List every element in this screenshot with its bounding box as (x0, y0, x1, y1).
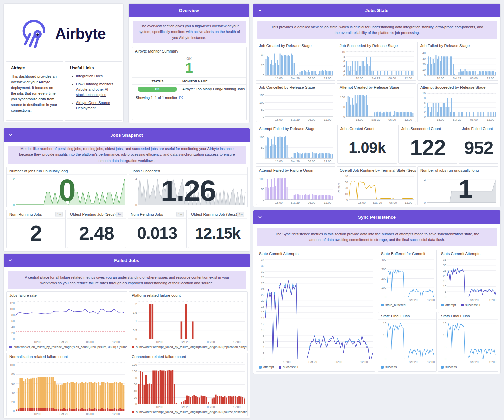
svg-text:2: 2 (13, 177, 15, 181)
svg-text:06:00: 06:00 (207, 405, 215, 409)
svg-text:20: 20 (261, 64, 264, 67)
chart-legend: attemptsuccessful (438, 302, 498, 309)
chevron-down-icon[interactable] (8, 259, 12, 262)
chart-platform-failures: Platform related failure count 00.511.52… (129, 291, 248, 351)
svg-text:Sat 29: Sat 29 (371, 118, 380, 121)
legend-item[interactable]: sum:worker.attempt_failed_by_failure_ori… (132, 410, 247, 414)
chart-legend: sum:worker.job_failed_by_release_stage(*… (7, 344, 127, 351)
legend-item[interactable]: state_buffered (381, 303, 406, 307)
svg-text:30: 30 (261, 270, 264, 273)
svg-text:12:00: 12:00 (324, 118, 332, 121)
svg-text:50: 50 (261, 146, 264, 149)
svg-text:Sat 29: Sat 29 (291, 201, 300, 204)
tile-oldest-pending-job: Oldest Pending Job (Secs)1w 2.48 (67, 210, 126, 248)
section-title: Sync Persistence (358, 215, 396, 220)
monitor-summary-title: Airbyte Monitor Summary (135, 49, 178, 53)
svg-text:06:00: 06:00 (470, 118, 478, 121)
chart-canvas: 024681018:00Sat 2906:0012:00 (337, 49, 416, 80)
chart-title: Normalization related failure count (9, 355, 68, 359)
chevron-down-icon[interactable] (8, 134, 12, 136)
monitor-link[interactable]: Airbyte: Too Many Long-Running Jobs (182, 87, 245, 91)
svg-text:12:00: 12:00 (489, 298, 497, 302)
chevron-down-icon[interactable] (258, 216, 262, 218)
chart-title: Job Created by Release Stage (259, 44, 312, 48)
svg-text:8: 8 (424, 96, 426, 100)
svg-text:5: 5 (445, 290, 446, 293)
svg-text:18: 18 (261, 305, 264, 308)
svg-text:0: 0 (135, 203, 137, 207)
svg-text:18:00: 18:00 (356, 118, 363, 121)
legend-item[interactable]: attempt (441, 303, 456, 307)
chart-job-created: Job Created by Release Stage 0204018:00S… (256, 42, 335, 81)
tile-num-running-jobs: Num Running Jobs1w 2 (6, 210, 66, 248)
chart-stats-commit-attempts: Stats Commit Attempts 05101520253035Sat … (438, 250, 498, 309)
legend-item[interactable]: successful (461, 303, 480, 307)
tile-oldest-running-job: Oldest Running Job (Secs)1w 12.15k (188, 210, 247, 248)
airbyte-link[interactable]: Airbyte (39, 80, 50, 84)
open-source-deployment-link[interactable]: Airbyte Open Source Deployment (76, 101, 110, 110)
section-failed-jobs: Failed Jobs A central place for all fail… (3, 253, 250, 419)
tile-value: 2 (7, 219, 65, 248)
svg-text:10: 10 (443, 285, 446, 288)
svg-text:15: 15 (443, 279, 446, 283)
jobs-state-section-header: Jobs State (253, 4, 500, 17)
chart-canvas: 04 (129, 175, 247, 207)
svg-text:18:00: 18:00 (275, 201, 283, 204)
branding-card: Airbyte Airbyte This dashboard provides … (3, 3, 124, 122)
datadog-monitors-link[interactable]: How Datadog monitors Airbyte and other A… (76, 82, 113, 97)
column-header-monitor-name: MONITOR NAME (182, 79, 246, 83)
svg-text:32: 32 (261, 264, 264, 268)
chart-title: Jobs Succeeded (132, 169, 160, 173)
svg-text:6: 6 (424, 101, 426, 104)
svg-text:0: 0 (445, 295, 446, 299)
svg-text:12:00: 12:00 (427, 360, 435, 364)
svg-text:5: 5 (445, 345, 446, 349)
legend-item[interactable]: successful (279, 365, 298, 369)
svg-text:0: 0 (263, 357, 264, 361)
svg-text:18:00: 18:00 (275, 77, 283, 80)
svg-text:100: 100 (259, 177, 264, 181)
svg-text:Sat 29: Sat 29 (453, 118, 461, 121)
legend-item[interactable]: success (381, 365, 397, 369)
svg-text:0: 0 (385, 295, 386, 299)
legend-item[interactable]: sum:worker.attempt_failed_by_failure_ori… (132, 345, 247, 349)
svg-text:8: 8 (343, 55, 345, 58)
legend-item[interactable]: sum:worker.job_failed_by_release_stage(*… (9, 345, 127, 349)
svg-text:0: 0 (13, 337, 15, 341)
svg-text:Sat 29: Sat 29 (470, 298, 479, 302)
svg-text:4: 4 (424, 106, 426, 109)
svg-text:2: 2 (135, 302, 137, 306)
chart-title: Stats Final Flush (441, 314, 470, 318)
useful-links-title: Useful Links (70, 66, 117, 70)
chart-title: Attempt Created by Release Stage (340, 85, 399, 89)
svg-text:80: 80 (11, 313, 15, 317)
chart-canvas: 024681012141618202224262830323418:00Sat … (256, 257, 375, 364)
integration-docs-link[interactable]: Integration Docs (76, 74, 103, 78)
legend-item[interactable]: success (441, 365, 457, 369)
svg-text:22: 22 (261, 293, 264, 297)
svg-text:Sat 29: Sat 29 (291, 160, 300, 163)
chart-title: Connectors related failure count (132, 355, 186, 359)
chart-unusually-long-green: Number of jobs run unusually long 02 0 (6, 167, 127, 207)
chart-legend: state_buffered (378, 302, 436, 309)
legend-item[interactable]: attempt (259, 365, 274, 369)
monitor-summary-footer: Showing 1–1 of 1 monitor (132, 93, 246, 102)
chart-jobs-succeeded-area: Jobs Succeeded 04 1.26 (129, 167, 248, 207)
svg-text:12:00: 12:00 (324, 77, 332, 80)
svg-text:12:00: 12:00 (324, 201, 332, 204)
svg-text:50: 50 (261, 108, 264, 111)
svg-text:0: 0 (346, 198, 348, 201)
chevron-down-icon[interactable] (258, 9, 262, 12)
external-link-icon[interactable] (179, 95, 183, 100)
chart-canvas: 01020304018:00Sat 2906:0012:00 (418, 49, 498, 80)
tile-label: Num Pending Jobs (131, 212, 163, 216)
chart-unusually-long-state: Number of jobs run unusually long 02 1 (417, 166, 498, 205)
svg-text:50: 50 (261, 188, 264, 191)
monitor-status-summary: OK 1 (132, 55, 246, 75)
svg-text:06:00: 06:00 (308, 160, 315, 163)
chart-title: Stats Commit Attempts (441, 252, 480, 256)
section-title: Failed Jobs (114, 258, 139, 263)
svg-text:12:00: 12:00 (233, 405, 241, 409)
counter-jobs-succeeded: Jobs Succeeded Count 122 (398, 125, 457, 164)
chart-attempt-created: Attempt Created by Release Stage 0501001… (337, 83, 416, 122)
